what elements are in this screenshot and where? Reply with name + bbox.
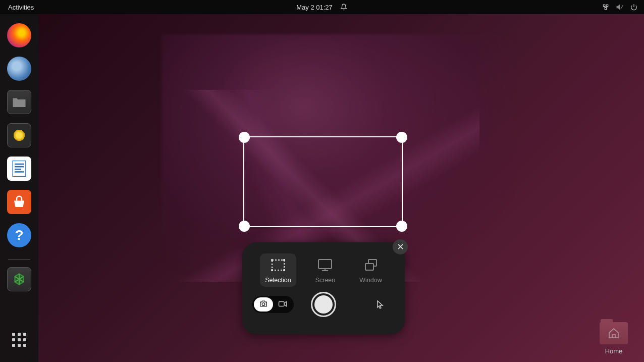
capture-controls-row (252, 296, 395, 313)
media-type-toggle (252, 296, 294, 313)
mode-screen-button[interactable]: Screen (310, 253, 341, 287)
network-icon (602, 3, 610, 11)
svg-rect-17 (318, 260, 332, 269)
home-folder-icon (600, 322, 628, 344)
mode-window-button[interactable]: Window (354, 253, 387, 287)
video-icon (278, 300, 287, 309)
show-applications-button[interactable] (7, 328, 31, 352)
svg-point-22 (262, 303, 265, 306)
svg-rect-9 (15, 169, 21, 170)
svg-rect-2 (605, 8, 607, 10)
activities-button[interactable]: Activities (0, 4, 42, 11)
dock: ? (0, 14, 38, 362)
dock-app-thunderbird[interactable] (7, 57, 31, 81)
svg-rect-23 (279, 302, 285, 306)
home-folder-label: Home (605, 347, 623, 355)
selection-handle-top-left[interactable] (239, 132, 250, 143)
svg-marker-3 (617, 5, 619, 9)
dock-app-rhythmbox[interactable] (7, 123, 31, 147)
selection-handle-bottom-left[interactable] (239, 221, 250, 232)
mode-window-label: Window (359, 277, 382, 284)
svg-rect-25 (612, 335, 615, 338)
close-button[interactable]: ✕ (393, 239, 408, 254)
svg-rect-7 (15, 164, 24, 165)
svg-rect-12 (272, 260, 284, 270)
top-bar: Activities May 2 01:27 (0, 0, 644, 14)
screenshot-panel: ✕ Selection Screen Window (242, 242, 405, 334)
dock-app-help[interactable]: ? (7, 223, 31, 247)
system-status-area[interactable] (602, 3, 644, 11)
screenshot-selection-area[interactable] (243, 136, 403, 227)
dock-separator (8, 260, 30, 260)
dock-app-firefox[interactable] (7, 23, 31, 47)
dock-app-trash[interactable] (7, 267, 31, 291)
selection-handle-top-right[interactable] (396, 132, 407, 143)
photo-mode-button[interactable] (254, 297, 273, 312)
camera-icon (259, 300, 268, 309)
selection-icon (270, 257, 287, 273)
mode-screen-label: Screen (315, 277, 336, 284)
svg-rect-10 (15, 171, 24, 173)
svg-rect-1 (606, 5, 608, 7)
window-icon (362, 257, 380, 273)
notification-bell-icon (340, 3, 348, 11)
dock-app-libreoffice-writer[interactable] (7, 157, 31, 181)
mode-selection-button[interactable]: Selection (260, 253, 296, 287)
video-mode-button[interactable] (273, 297, 292, 312)
selection-handle-bottom-right[interactable] (396, 221, 407, 232)
capture-mode-row: Selection Screen Window (260, 253, 387, 287)
svg-rect-21 (365, 264, 373, 270)
svg-point-16 (283, 269, 285, 271)
volume-icon (616, 3, 624, 11)
show-pointer-toggle[interactable] (377, 300, 384, 311)
desktop-home-folder[interactable]: Home (600, 322, 628, 355)
svg-point-15 (271, 269, 273, 271)
svg-point-13 (271, 259, 273, 261)
dock-app-files[interactable] (7, 90, 31, 114)
power-icon (630, 3, 638, 11)
screen-icon (316, 257, 334, 273)
close-icon: ✕ (397, 241, 404, 252)
svg-rect-8 (15, 166, 24, 168)
datetime-label: May 2 01:27 (296, 4, 333, 11)
capture-button[interactable] (311, 292, 336, 317)
svg-point-14 (283, 259, 285, 261)
svg-rect-0 (603, 5, 605, 7)
dock-app-ubuntu-software[interactable] (7, 190, 31, 214)
mode-selection-label: Selection (265, 277, 291, 284)
svg-line-4 (621, 5, 623, 9)
top-bar-center[interactable]: May 2 01:27 (296, 3, 348, 11)
